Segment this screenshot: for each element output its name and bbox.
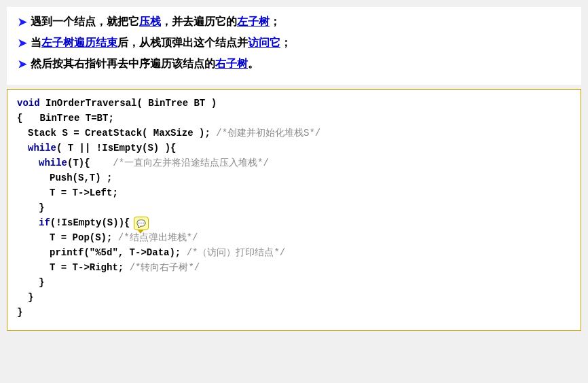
highlight-左子树: 左子树 [237,16,270,27]
highlight-访问它: 访问它 [248,37,280,48]
code-line-8: } [17,201,571,216]
code-line-10: T = Pop(S); /*结点弹出堆栈*/ [17,231,571,246]
code-line-14: } [17,291,571,306]
code-text-15: } [17,306,22,321]
code-text-12: T = T->Right; /*转向右子树*/ [50,261,200,276]
code-text-3: Stack S = CreatStack( MaxSize ); /*创建并初始… [28,126,320,141]
description-section: ➤ 遇到一个结点，就把它压栈，并去遍历它的左子树； ➤ 当左子树遍历结束后，从栈… [7,7,581,85]
bullet-arrow-3: ➤ [18,56,26,73]
bullet-2: ➤ 当左子树遍历结束后，从栈顶弹出这个结点并访问它； [18,35,570,52]
code-line-4: while( T || !IsEmpty(S) ){ [17,141,571,156]
code-line-3: Stack S = CreatStack( MaxSize ); /*创建并初始… [17,126,571,141]
code-block: void InOrderTraversal( BinTree BT ) { Bi… [7,89,581,331]
code-text-14: } [28,291,33,306]
code-line-11: printf("%5d", T->Data); /*（访问）打印结点*/ [17,246,571,261]
bullet-text-2: 当左子树遍历结束后，从栈顶弹出这个结点并访问它； [31,35,291,51]
comment-bubble[interactable]: 💬 [134,217,149,230]
code-text-10: T = Pop(S); /*结点弹出堆栈*/ [50,231,198,246]
bullet-1: ➤ 遇到一个结点，就把它压栈，并去遍历它的左子树； [18,14,570,31]
code-text-7: T = T->Left; [50,186,118,201]
code-line-2: { BinTree T=BT; [17,111,571,126]
bullet-3: ➤ 然后按其右指针再去中序遍历该结点的右子树。 [18,56,570,73]
code-text-4: while( T || !IsEmpty(S) ){ [28,141,176,156]
code-line-6: Push(S,T) ; [17,171,571,186]
code-line-1: void InOrderTraversal( BinTree BT ) [17,96,571,111]
highlight-压栈: 压栈 [139,16,161,27]
bullet-text-1: 遇到一个结点，就把它压栈，并去遍历它的左子树； [31,14,280,30]
code-text-2: { BinTree T=BT; [17,111,114,126]
code-line-7: T = T->Left; [17,186,571,201]
highlight-右子树: 右子树 [215,58,248,69]
code-text-9: if(!IsEmpty(S)){ [39,216,130,231]
code-line-5: while(T){ /*一直向左并将沿途结点压入堆栈*/ [17,156,571,171]
bullet-text-3: 然后按其右指针再去中序遍历该结点的右子树。 [31,56,259,72]
bullet-arrow-2: ➤ [18,35,26,52]
code-text-13: } [39,276,44,291]
code-line-13: } [17,276,571,291]
code-text-6: Push(S,T) ; [50,171,112,186]
code-line-9: if(!IsEmpty(S)){ 💬 [17,216,571,231]
code-text-1: void InOrderTraversal( BinTree BT ) [17,96,217,111]
code-text-5: while(T){ /*一直向左并将沿途结点压入堆栈*/ [39,156,269,171]
code-line-12: T = T->Right; /*转向右子树*/ [17,261,571,276]
code-text-11: printf("%5d", T->Data); /*（访问）打印结点*/ [50,246,285,261]
code-line-15: } [17,306,571,321]
highlight-左子树遍历结束: 左子树遍历结束 [41,37,117,48]
code-text-8: } [39,201,44,216]
bullet-arrow-1: ➤ [18,14,26,31]
